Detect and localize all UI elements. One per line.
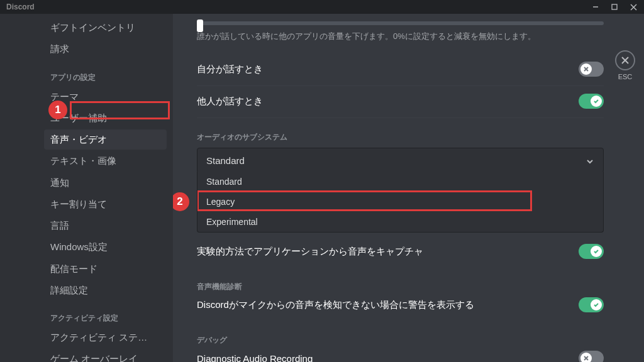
debug-audio-label: Diagnostic Audio Recording — [197, 353, 313, 362]
maximize-button[interactable] — [606, 1, 623, 13]
row-voice-diagnostics: Discordがマイクからの音声を検知できない場合に警告を表示する — [197, 297, 604, 321]
esc-label: ESC — [618, 73, 633, 80]
row-experimental-capture: 実験的方法でアプリケーションから音声をキャプチャ — [197, 233, 604, 268]
toggle-voice-diagnostics[interactable] — [579, 297, 604, 312]
row-others-talk: 他人が話すとき — [197, 86, 604, 118]
toggle-self-talk[interactable] — [579, 62, 604, 77]
option-standard[interactable]: Standard — [197, 172, 603, 192]
close-icon — [621, 56, 630, 65]
app-title: Discord — [6, 3, 35, 11]
toggle-others-talk[interactable] — [579, 94, 604, 109]
debug-heading: デバッグ — [197, 321, 604, 351]
toggle-experimental-capture[interactable] — [579, 244, 604, 259]
sidebar-item-lang[interactable]: 言語 — [44, 216, 167, 236]
self-talk-label: 自分が話すとき — [197, 63, 263, 75]
window-titlebar: Discord — [0, 0, 644, 14]
settings-sidebar: ギフトインベントリ 請求 アプリの設定 テーマ ユーザー補助 音声・ビデオ テキ… — [0, 14, 173, 362]
sidebar-item-windows[interactable]: Windows設定 — [44, 237, 167, 257]
sidebar-item-text[interactable]: テキスト・画像 — [44, 151, 167, 171]
slider-thumb[interactable] — [197, 19, 203, 32]
sidebar-item-billing[interactable]: 請求 — [44, 39, 167, 59]
sidebar-item-keybinds[interactable]: キー割り当て — [44, 194, 167, 214]
sidebar-category-activity: アクティビティ設定 — [44, 302, 167, 326]
minimize-button[interactable] — [587, 1, 604, 13]
audio-subsystem-dropdown[interactable]: Standard — [197, 148, 604, 173]
sidebar-category-app: アプリの設定 — [44, 61, 167, 85]
audio-subsystem-heading: オーディオのサブシステム — [197, 118, 604, 148]
close-settings-button[interactable]: ESC — [615, 50, 635, 80]
close-button[interactable] — [625, 1, 641, 13]
sidebar-item-voice[interactable]: 音声・ビデオ — [44, 129, 167, 150]
audio-subsystem-options: Standard Legacy Experimental — [197, 172, 604, 233]
tutorial-highlight-2 — [197, 190, 532, 211]
chevron-down-icon — [586, 157, 594, 166]
voice-diagnostics-label: Discordがマイクからの音声を検知できない場合に警告を表示する — [197, 299, 474, 311]
sidebar-item-notif[interactable]: 通知 — [44, 173, 167, 193]
attenuation-description: 誰かが話している時に他のアプリの音量を下げます。0%に設定すると減衰を無効にしま… — [197, 30, 604, 43]
voice-settings-panel: Powered by Driver Easy www.DriverEasy.co… — [173, 14, 644, 362]
sidebar-item-gift[interactable]: ギフトインベントリ — [44, 18, 167, 38]
sidebar-item-streamer[interactable]: 配信モード — [44, 259, 167, 279]
sidebar-item-advanced[interactable]: 詳細設定 — [44, 280, 167, 300]
experimental-capture-label: 実験的方法でアプリケーションから音声をキャプチャ — [197, 246, 423, 258]
attenuation-slider[interactable] — [197, 21, 604, 25]
sidebar-item-activity-status[interactable]: アクティビティ ステ… — [44, 327, 167, 348]
row-debug-audio: Diagnostic Audio Recording — [197, 351, 604, 362]
tutorial-highlight-1 — [70, 101, 170, 119]
tutorial-badge-2: 2 — [173, 192, 189, 211]
option-experimental[interactable]: Experimental — [197, 212, 603, 232]
others-talk-label: 他人が話すとき — [197, 96, 263, 107]
tutorial-badge-1: 1 — [48, 101, 67, 119]
sidebar-item-overlay[interactable]: ゲーム オーバーレイ — [44, 349, 167, 362]
voice-diagnostics-heading: 音声機能診断 — [197, 268, 604, 297]
svg-rect-1 — [612, 4, 617, 9]
dropdown-value: Standard — [206, 155, 245, 166]
toggle-debug-audio[interactable] — [579, 351, 604, 362]
row-self-talk: 自分が話すとき — [197, 54, 604, 86]
